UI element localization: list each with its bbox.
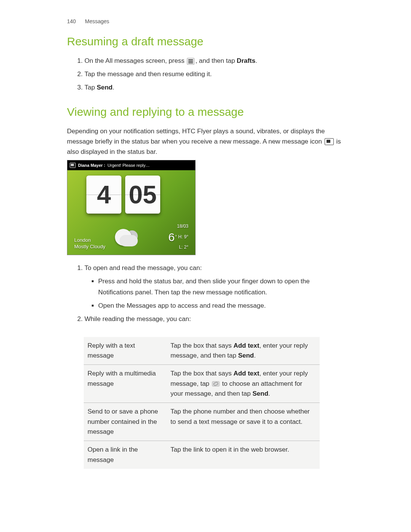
statusbar-sender: Diana Mayer : bbox=[78, 163, 105, 168]
weather-temp: 6 bbox=[168, 231, 175, 243]
resume-step-3: Tap Send. bbox=[84, 82, 346, 93]
row-label-mms-reply: Reply with a multimedia message bbox=[84, 365, 167, 403]
statusbar-subject: Urgent! Please reply… bbox=[108, 163, 150, 168]
bullet-open-notifications: Press and hold the status bar, and then … bbox=[98, 276, 346, 298]
statusbar: Diana Mayer : Urgent! Please reply… bbox=[67, 160, 195, 170]
table-row: Send to or save a phone number contained… bbox=[84, 403, 320, 441]
reply-actions-table: Reply with a text message Tap the box th… bbox=[84, 337, 320, 469]
page-number: 140 bbox=[67, 18, 76, 24]
weather-lo: L: 2° bbox=[179, 244, 188, 250]
row-desc-text-reply: Tap the box that says Add text, enter yo… bbox=[167, 337, 320, 365]
view-step-1: To open and read the message, you can: P… bbox=[84, 263, 346, 312]
heading-viewing-replying: Viewing and replying to a message bbox=[67, 105, 346, 118]
resume-step-1: On the All messages screen, press , and … bbox=[84, 56, 346, 67]
weather-footer: London Mostly Cloudy 18/03 6° H: 9° L: 2… bbox=[74, 224, 188, 250]
weather-hi: H: 9° bbox=[178, 234, 188, 239]
table-row: Reply with a multimedia message Tap the … bbox=[84, 365, 320, 403]
resume-step-2: Tap the message and then resume editing … bbox=[84, 69, 346, 80]
row-label-open-link: Open a link in the message bbox=[84, 441, 167, 469]
row-label-save-number: Send to or save a phone number contained… bbox=[84, 403, 167, 441]
heading-resuming-draft: Resuming a draft message bbox=[67, 35, 346, 48]
manual-page: 140 Messages Resuming a draft message On… bbox=[0, 0, 411, 492]
flip-clock: 4 05 bbox=[86, 176, 160, 214]
message-icon bbox=[325, 138, 334, 145]
row-label-text-reply: Reply with a text message bbox=[84, 337, 167, 365]
row-desc-mms-reply: Tap the box that says Add text, enter yo… bbox=[167, 365, 320, 403]
page-header: 140 Messages bbox=[67, 18, 346, 24]
notification-screenshot: Diana Mayer : Urgent! Please reply… 4 05… bbox=[67, 160, 196, 255]
menu-icon bbox=[187, 58, 194, 65]
section-name: Messages bbox=[85, 18, 109, 24]
statusbar-message-icon bbox=[70, 163, 76, 168]
row-desc-open-link: Tap the link to open it in the web brows… bbox=[167, 441, 320, 469]
table-row: Reply with a text message Tap the box th… bbox=[84, 337, 320, 365]
bullet-open-messages-app: Open the Messages app to access and read… bbox=[98, 300, 346, 312]
view-step-1-bullets: Press and hold the status bar, and then … bbox=[84, 276, 346, 312]
row-desc-save-number: Tap the phone number and then choose whe… bbox=[167, 403, 320, 441]
clock-hour: 4 bbox=[86, 176, 121, 214]
clock-minute: 05 bbox=[125, 176, 160, 214]
attachment-icon bbox=[212, 381, 220, 387]
weather-city: London bbox=[74, 237, 105, 244]
intro-paragraph: Depending on your notification settings,… bbox=[67, 126, 346, 157]
weather-condition: Mostly Cloudy bbox=[74, 244, 105, 250]
view-reply-steps: To open and read the message, you can: P… bbox=[67, 263, 346, 324]
weather-date: 18/03 bbox=[168, 224, 188, 230]
table-row: Open a link in the message Tap the link … bbox=[84, 441, 320, 469]
view-step-2: While reading the message, you can: bbox=[84, 314, 346, 325]
resume-steps: On the All messages screen, press , and … bbox=[67, 56, 346, 93]
